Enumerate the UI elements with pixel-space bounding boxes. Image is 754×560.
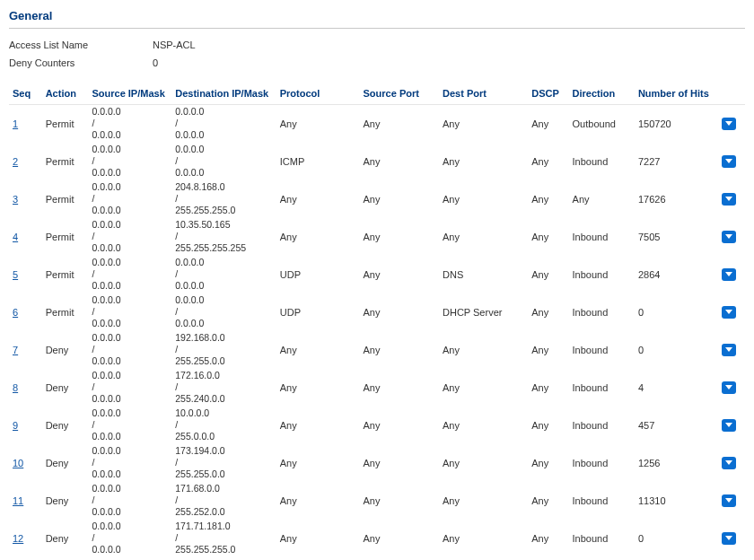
row-menu-button[interactable] [722,419,736,432]
row-menu-button[interactable] [722,494,736,507]
seq-link[interactable]: 3 [13,194,18,205]
cell-dscp: Any [528,407,568,444]
seq-link[interactable]: 11 [13,495,23,506]
cell-source-ip: 0.0.0.0 / 0.0.0.0 [92,257,168,292]
row-menu-button[interactable] [722,268,736,281]
cell-source-ip: 0.0.0.0 / 0.0.0.0 [92,219,168,254]
col-header-dest-ip[interactable]: Destination IP/Mask [171,86,276,105]
row-menu-button[interactable] [722,381,736,394]
cell-source-port: Any [360,105,439,143]
cell-dscp: Any [528,482,568,520]
cell-action: Permit [42,293,89,331]
cell-dest-port: Any [439,218,528,256]
col-header-source-port[interactable]: Source Port [360,86,439,105]
cell-direction: Inbound [569,143,635,180]
cell-protocol: Any [276,105,360,143]
cell-dest-port: Any [439,105,528,143]
cell-source-port: Any [360,143,439,180]
cell-dest-ip: 192.168.0.0 / 255.255.0.0 [175,332,273,367]
cell-dest-port: Any [439,407,528,444]
cell-protocol: Any [276,557,360,561]
cell-dest-port: Any [439,143,528,180]
col-header-protocol[interactable]: Protocol [276,86,360,105]
cell-source-port: Any [360,218,439,256]
cell-direction: Inbound [569,482,635,520]
cell-hits: 0 [635,331,718,369]
cell-source-port: Any [360,520,439,557]
cell-dest-port: DHCP Server [439,293,528,331]
cell-protocol: Any [276,520,360,557]
row-menu-button[interactable] [722,532,736,545]
chevron-down-icon [725,423,732,428]
cell-hits: 0 [635,520,718,557]
cell-direction: Any [569,180,635,218]
cell-action: Permit [42,557,89,561]
cell-source-ip: 0.0.0.0 / 0.0.0.0 [92,370,168,405]
cell-source-port: Any [360,293,439,331]
cell-dest-port: DNS [439,256,528,293]
col-header-dest-port[interactable]: Dest Port [439,86,528,105]
cell-dest-ip: 171.71.181.0 / 255.255.255.0 [175,521,273,556]
cell-dest-port: Any [439,482,528,520]
kv-value-deny: 0 [153,57,158,68]
cell-dscp: Any [528,256,568,293]
table-row: 12 Deny 0.0.0.0 / 0.0.0.0 171.71.181.0 /… [9,520,745,557]
cell-action: Permit [42,256,89,293]
cell-hits: 2864 [635,256,718,293]
seq-link[interactable]: 9 [13,420,18,431]
row-menu-button[interactable] [722,118,736,130]
cell-action: Deny [42,369,89,407]
seq-link[interactable]: 6 [13,307,18,318]
kv-label-deny: Deny Counters [9,57,153,68]
cell-protocol: UDP [276,256,360,293]
col-header-seq[interactable]: Seq [9,86,42,105]
cell-dest-port: Any [439,557,528,561]
seq-link[interactable]: 8 [13,382,18,393]
row-menu-button[interactable] [722,155,736,168]
cell-dest-ip: 204.8.168.0 / 255.255.255.0 [175,181,273,216]
cell-source-port: Any [360,331,439,369]
row-menu-button[interactable] [722,344,736,356]
cell-protocol: Any [276,407,360,444]
cell-action: Deny [42,407,89,444]
col-header-action[interactable]: Action [42,86,89,105]
table-row: 2 Permit 0.0.0.0 / 0.0.0.0 0.0.0.0 / 0.0… [9,143,745,180]
cell-dest-ip: 0.0.0.0 / 0.0.0.0 [175,144,273,179]
table-row: 1 Permit 0.0.0.0 / 0.0.0.0 0.0.0.0 / 0.0… [9,105,745,143]
col-header-direction[interactable]: Direction [569,86,635,105]
seq-link[interactable]: 2 [13,156,18,167]
table-row: 3 Permit 0.0.0.0 / 0.0.0.0 204.8.168.0 /… [9,180,745,218]
cell-dscp: Any [528,105,568,143]
table-row: 10 Deny 0.0.0.0 / 0.0.0.0 173.194.0.0 / … [9,444,745,482]
chevron-down-icon [725,159,732,164]
row-menu-button[interactable] [722,306,736,319]
kv-label-name: Access List Name [9,39,153,50]
cell-dest-ip: 10.0.0.0 / 255.0.0.0 [175,407,273,442]
col-header-dscp[interactable]: DSCP [528,86,568,105]
cell-dscp: Any [528,520,568,557]
cell-direction: Outbound [569,105,635,143]
chevron-down-icon [725,121,732,127]
cell-source-port: Any [360,180,439,218]
seq-link[interactable]: 4 [13,232,18,242]
chevron-down-icon [725,460,732,466]
cell-hits: 7227 [635,143,718,180]
cell-source-ip: 0.0.0.0 / 0.0.0.0 [92,445,168,480]
col-header-hits[interactable]: Number of Hits [635,86,718,105]
cell-direction: Inbound [569,331,635,369]
seq-link[interactable]: 12 [13,533,23,544]
cell-source-ip: 0.0.0.0 / 0.0.0.0 [92,332,168,367]
row-menu-button[interactable] [722,457,736,469]
row-menu-button[interactable] [722,231,736,243]
cell-source-ip: 0.0.0.0 / 0.0.0.0 [92,407,168,442]
seq-link[interactable]: 5 [13,269,18,280]
col-header-source-ip[interactable]: Source IP/Mask [88,86,171,105]
cell-dest-ip: 0.0.0.0 / 0.0.0.0 [175,257,273,292]
seq-link[interactable]: 1 [13,118,18,129]
seq-link[interactable]: 10 [13,458,23,468]
cell-dscp: Any [528,293,568,331]
cell-hits: 0 [635,293,718,331]
section-title: General [9,5,745,29]
row-menu-button[interactable] [722,193,736,206]
seq-link[interactable]: 7 [13,345,18,355]
